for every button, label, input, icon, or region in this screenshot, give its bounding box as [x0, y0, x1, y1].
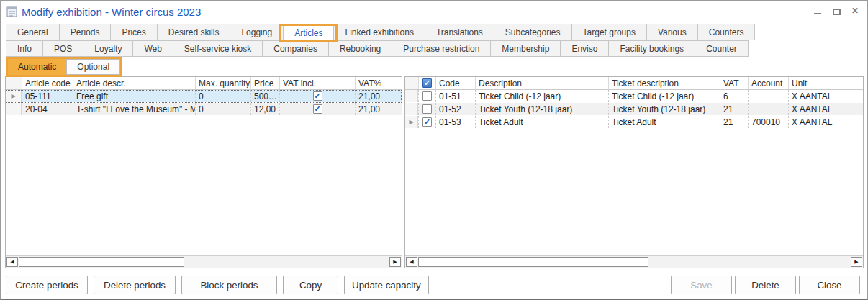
minimize-icon[interactable]	[813, 6, 822, 15]
cell-description[interactable]: Ticket Adult	[475, 116, 608, 128]
tab-periods[interactable]: Periods	[59, 24, 112, 40]
horizontal-scrollbar[interactable]: ◀ ▶	[405, 255, 863, 268]
scrollbar-thumb[interactable]	[418, 257, 648, 267]
col-header-description[interactable]: Description	[475, 77, 608, 90]
col-header-max-quantity[interactable]: Max. quantity	[195, 77, 250, 90]
cell-unit[interactable]: X AANTAL	[788, 116, 863, 128]
tab-counter[interactable]: Counter	[695, 40, 749, 57]
cell-vat-pct[interactable]: 21,00	[355, 103, 402, 115]
delete-button[interactable]: Delete	[735, 276, 796, 294]
cell-vat[interactable]: 21	[720, 103, 748, 115]
col-header-ticket-description[interactable]: Ticket description	[608, 77, 720, 90]
cell-checkbox[interactable]: ✓	[418, 116, 435, 128]
cell-article-code[interactable]: 05-111	[22, 90, 73, 102]
tab-articles[interactable]: Articles	[283, 24, 334, 40]
horizontal-scrollbar[interactable]: ◀ ▶	[6, 255, 402, 268]
cell-code[interactable]: 01-52	[435, 103, 475, 115]
cell-article-code[interactable]: 20-04	[22, 103, 73, 115]
block-periods-button[interactable]: Block periods	[181, 276, 277, 294]
tab-self-service-kiosk[interactable]: Self-service kiosk	[173, 40, 263, 57]
cell-ticket-description[interactable]: Ticket Adult	[608, 116, 720, 128]
scroll-right-icon[interactable]: ▶	[851, 257, 862, 267]
scroll-left-icon[interactable]: ◀	[406, 257, 417, 267]
cell-price[interactable]: 500…	[250, 90, 279, 102]
cell-description[interactable]: Ticket Child (-12 jaar)	[475, 90, 608, 102]
checkbox-checked[interactable]: ✓	[422, 78, 432, 88]
delete-periods-button[interactable]: Delete periods	[94, 276, 176, 294]
col-header-vat[interactable]: VAT	[720, 77, 748, 90]
cell-max-quantity[interactable]: 0	[195, 90, 250, 102]
maximize-icon[interactable]	[832, 6, 841, 15]
subtab-optional[interactable]: Optional	[66, 59, 120, 75]
cell-checkbox[interactable]	[418, 103, 435, 115]
cell-vat-incl[interactable]: ✓	[279, 90, 355, 102]
tab-rebooking[interactable]: Rebooking	[328, 40, 392, 57]
scrollbar-thumb[interactable]	[19, 257, 184, 267]
cell-description[interactable]: Ticket Youth (12-18 jaar)	[475, 103, 608, 115]
cell-vat[interactable]: 21	[720, 116, 748, 128]
cell-account[interactable]	[748, 90, 788, 102]
tab-prices[interactable]: Prices	[110, 24, 157, 40]
cell-vat-pct[interactable]: 21,00	[355, 90, 402, 102]
row-selector[interactable]	[6, 103, 22, 115]
tab-target-groups[interactable]: Target groups	[571, 24, 647, 40]
scroll-left-icon[interactable]: ◀	[6, 257, 18, 267]
tab-general[interactable]: General	[6, 24, 60, 40]
table-row[interactable]: 01-51 Ticket Child (-12 jaar) Ticket Chi…	[405, 90, 863, 103]
row-selector[interactable]	[405, 90, 418, 102]
cell-unit[interactable]: X AANTAL	[788, 103, 863, 115]
checkbox-checked[interactable]: ✓	[313, 104, 322, 114]
cell-vat[interactable]: 6	[720, 90, 748, 102]
cell-code[interactable]: 01-53	[435, 116, 475, 128]
tab-companies[interactable]: Companies	[262, 40, 329, 57]
tab-facility-bookings[interactable]: Facility bookings	[608, 40, 695, 57]
row-selector[interactable]: ▶	[405, 116, 418, 128]
cell-checkbox[interactable]	[418, 90, 435, 102]
table-row[interactable]: 20-04 T-shirt "I Love the Museum" - M 0 …	[6, 103, 402, 116]
save-button[interactable]: Save	[671, 276, 732, 294]
col-header-account[interactable]: Account	[748, 77, 788, 90]
cell-price[interactable]: 12,00	[250, 103, 279, 115]
update-capacity-button[interactable]: Update capacity	[344, 276, 429, 294]
tab-linked-exhibitions[interactable]: Linked exhibitions	[333, 24, 425, 40]
tab-loyalty[interactable]: Loyalty	[83, 40, 133, 57]
close-icon[interactable]: ✕	[851, 6, 859, 15]
cell-account[interactable]: 700010	[748, 116, 788, 128]
cell-article-descr[interactable]: T-shirt "I Love the Museum" - M	[73, 103, 195, 115]
table-row[interactable]: ▶ ✓ 01-53 Ticket Adult Ticket Adult 21 7…	[405, 116, 863, 129]
col-header-unit[interactable]: Unit	[788, 77, 863, 90]
create-periods-button[interactable]: Create periods	[6, 276, 88, 294]
tab-desired-skills[interactable]: Desired skills	[157, 24, 231, 40]
col-header-price[interactable]: Price	[250, 77, 279, 90]
tab-pos[interactable]: POS	[42, 40, 83, 57]
checkbox-checked[interactable]: ✓	[313, 91, 322, 101]
tab-counters[interactable]: Counters	[697, 24, 756, 40]
tab-logging[interactable]: Logging	[230, 24, 284, 40]
cell-max-quantity[interactable]: 0	[195, 103, 250, 115]
row-selector[interactable]: ▶	[6, 90, 22, 102]
tab-enviso[interactable]: Enviso	[560, 40, 609, 57]
scroll-right-icon[interactable]: ▶	[389, 257, 401, 267]
tab-translations[interactable]: Translations	[425, 24, 494, 40]
tab-membership[interactable]: Membership	[490, 40, 561, 57]
tab-info[interactable]: Info	[6, 40, 43, 57]
cell-unit[interactable]: X AANTAL	[788, 90, 863, 102]
col-header-vat-pct[interactable]: VAT%	[355, 77, 402, 90]
tab-purchase-restriction[interactable]: Purchase restriction	[392, 40, 491, 57]
col-header-vat-incl[interactable]: VAT incl.	[279, 77, 355, 90]
col-header-article-descr[interactable]: Article descr.	[73, 77, 195, 90]
copy-button[interactable]: Copy	[283, 276, 338, 294]
tab-various[interactable]: Various	[646, 24, 698, 40]
checkbox-unchecked[interactable]	[422, 104, 432, 114]
cell-code[interactable]: 01-51	[435, 90, 475, 102]
cell-vat-incl[interactable]: ✓	[279, 103, 355, 115]
table-row[interactable]: 01-52 Ticket Youth (12-18 jaar) Ticket Y…	[405, 103, 863, 116]
checkbox-unchecked[interactable]	[422, 91, 432, 101]
header-select-all-checkbox[interactable]: ✓	[418, 77, 435, 90]
table-row[interactable]: ▶ 05-111 Free gift 0 500… ✓ 21,00	[6, 90, 402, 103]
cell-account[interactable]	[748, 103, 788, 115]
cell-ticket-description[interactable]: Ticket Child (-12 jaar)	[608, 90, 720, 102]
close-button[interactable]: Close	[799, 276, 860, 294]
checkbox-checked[interactable]: ✓	[422, 117, 432, 127]
cell-article-descr[interactable]: Free gift	[73, 90, 195, 102]
